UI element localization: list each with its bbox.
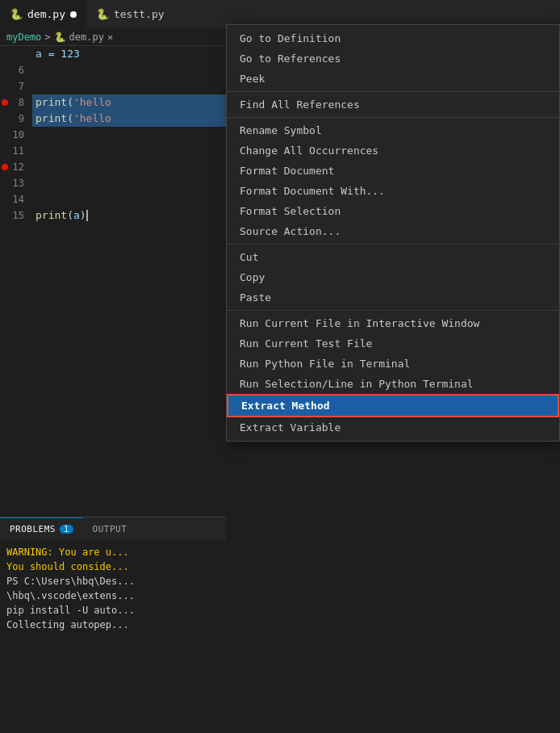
panel-tab-bar: PROBLEMS 1 OUTPUT [0,517,226,540]
code-content: a = 123 6 7 8 print('hello 9 print('hell… [0,46,226,224]
panel-line-4: \hbq\.vscode\extens... [6,588,219,603]
breakpoint-8 [2,99,8,106]
problems-badge: 1 [60,525,73,534]
menu-run-test-file[interactable]: Run Current Test File [227,333,559,354]
breadcrumb-close: ✕ [107,31,113,43]
editor-area[interactable]: a = 123 6 7 8 print('hello 9 print('hell… [0,46,226,517]
menu-rename-symbol[interactable]: Rename Symbol [227,120,559,140]
menu-go-to-definition[interactable]: Go to Definition [227,28,559,48]
menu-change-all-occurrences[interactable]: Change All Occurrences [227,140,559,161]
menu-find-all-references[interactable]: Find All References [227,94,559,115]
menu-extract-variable[interactable]: Extract Variable [227,417,559,438]
breakpoint-12 [2,164,8,170]
tab-dem-py[interactable]: 🐍 dem.py [0,0,86,28]
code-line-6: 6 [0,62,226,78]
code-line-12: 12 [0,159,226,175]
bottom-panel: PROBLEMS 1 OUTPUT WARNING: You are u... … [0,517,226,733]
separator-4 [227,310,559,311]
tab-problems[interactable]: PROBLEMS 1 [0,517,83,540]
panel-line-6: Collecting autopep... [6,618,219,632]
menu-run-selection[interactable]: Run Selection/Line in Python Terminal [227,374,559,394]
separator-3 [227,244,559,245]
menu-format-document[interactable]: Format Document [227,161,559,181]
menu-run-interactive[interactable]: Run Current File in Interactive Window [227,313,559,333]
menu-format-selection[interactable]: Format Selection [227,201,559,221]
code-line-13: 13 [0,175,226,191]
tab-label-testt: testt.py [114,8,165,20]
menu-copy[interactable]: Copy [227,267,559,287]
code-line-15: 15 print(a) [0,207,226,224]
code-line-11: 11 [0,143,226,159]
code-line-header: a = 123 [0,46,226,62]
problems-label: PROBLEMS [10,524,56,534]
tab-modified-dot [70,11,77,18]
breadcrumb-folder: myDemo [6,31,41,43]
separator-2 [227,117,559,118]
menu-go-to-references[interactable]: Go to References [227,48,559,69]
code-line-14: 14 [0,191,226,207]
panel-line-1: WARNING: You are u... [6,545,219,559]
code-line-8: 8 print('hello [0,94,226,111]
code-line-10: 10 [0,127,226,143]
menu-source-action[interactable]: Source Action... [227,221,559,241]
python-icon-tab2: 🐍 [96,8,109,20]
breadcrumb-python-icon: 🐍 [54,31,66,43]
menu-run-python-terminal[interactable]: Run Python File in Terminal [227,354,559,374]
tab-label-dem: dem.py [27,8,65,20]
code-line-7: 7 [0,78,226,94]
panel-line-2: You should conside... [6,559,219,574]
breadcrumb-sep1: > [44,31,50,43]
menu-extract-method[interactable]: Extract Method [227,394,559,417]
menu-format-document-with[interactable]: Format Document With... [227,181,559,201]
menu-peek[interactable]: Peek [227,69,559,89]
tab-testt-py[interactable]: 🐍 testt.py [86,0,174,28]
menu-paste[interactable]: Paste [227,287,559,308]
output-label: OUTPUT [93,524,127,534]
panel-content: WARNING: You are u... You should conside… [0,540,226,637]
code-line-9: 9 print('hello [0,111,226,127]
context-menu: Go to Definition Go to References Peek F… [226,24,560,442]
menu-cut[interactable]: Cut [227,247,559,267]
python-icon-tab1: 🐍 [10,8,23,20]
panel-line-5: pip install -U auto... [6,603,219,618]
tab-output[interactable]: OUTPUT [83,517,137,540]
panel-line-3: PS C:\Users\hbq\Des... [6,574,219,588]
separator-1 [227,91,559,92]
breadcrumb-file: dem.py [69,31,104,43]
